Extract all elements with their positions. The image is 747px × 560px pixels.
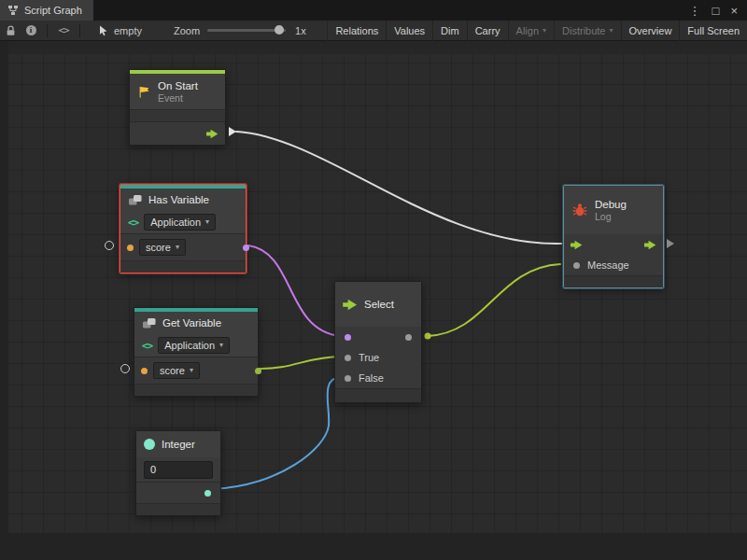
caret-down-icon: ▾: [219, 342, 223, 349]
integer-type-icon: [144, 439, 155, 450]
node-subtitle: Event: [158, 92, 198, 104]
flow-input-port[interactable]: [571, 240, 583, 250]
info-icon[interactable]: i: [21, 21, 41, 41]
true-port-label: True: [359, 352, 379, 363]
node-get-variable[interactable]: Get Variable <> Application ▾ score ▾: [134, 307, 259, 397]
caret-down-icon: ▾: [205, 218, 209, 226]
node-select[interactable]: Select True False: [334, 281, 422, 403]
carry-button[interactable]: Carry: [467, 21, 508, 41]
canvas-edge: [0, 41, 747, 54]
caret-down-icon: ▾: [190, 367, 193, 374]
selection-status-label: empty: [114, 25, 142, 36]
node-title: Get Variable: [162, 317, 221, 329]
variable-kind-icon: <>: [128, 217, 138, 229]
select-icon: [343, 299, 358, 311]
node-title: Select: [364, 299, 394, 311]
caret-down-icon: ▾: [610, 27, 613, 35]
node-subtitle: Log: [595, 211, 627, 222]
close-icon[interactable]: ×: [730, 4, 738, 18]
caret-down-icon: ▾: [543, 27, 546, 35]
variable-kind-icon: <>: [142, 340, 152, 352]
zoom-label: Zoom: [174, 25, 200, 36]
graph-canvas[interactable]: On Start Event Has Variable <> Applicati…: [0, 41, 747, 560]
name-input-port[interactable]: [141, 368, 148, 374]
zoom-slider-handle[interactable]: [275, 25, 284, 35]
canvas-edge: [0, 41, 8, 560]
node-title: Has Variable: [148, 194, 209, 206]
bool-output-port[interactable]: [243, 245, 249, 251]
node-on-start[interactable]: On Start Event: [129, 69, 226, 146]
flow-output-port[interactable]: [206, 129, 218, 139]
node-title: Debug: [595, 199, 627, 211]
node-title: Integer: [162, 439, 195, 451]
variables-stack-icon: [128, 194, 143, 206]
false-port-label: False: [359, 372, 384, 384]
align-button[interactable]: Align ▾: [508, 21, 554, 41]
unconnected-flow-marker: [667, 239, 674, 248]
variable-name-dropdown[interactable]: score ▾: [153, 362, 200, 379]
false-input-port[interactable]: [345, 375, 351, 382]
lock-icon[interactable]: [0, 21, 21, 41]
distribute-button[interactable]: Distribute ▾: [554, 21, 620, 41]
overview-button[interactable]: Overview: [621, 21, 680, 41]
values-button[interactable]: Values: [386, 21, 432, 41]
node-footer: [335, 388, 421, 402]
flow-output-port[interactable]: [644, 240, 656, 250]
graph-toolbar: i <> empty Zoom 1x Relations Values Dim …: [0, 21, 747, 41]
integer-value-input[interactable]: 0: [144, 461, 213, 479]
tab-script-graph[interactable]: Script Graph: [0, 0, 93, 21]
node-has-variable[interactable]: Has Variable <> Application ▾ score ▾: [120, 184, 247, 273]
fullscreen-button[interactable]: Full Screen: [679, 21, 747, 41]
node-footer: [134, 384, 258, 396]
wire-start-marker: [229, 127, 236, 136]
node-integer[interactable]: Integer 0: [135, 430, 221, 516]
node-footer: [120, 260, 246, 273]
empty-input-port[interactable]: [105, 241, 114, 250]
integer-output-port[interactable]: [204, 490, 211, 497]
scope-dropdown[interactable]: Application ▾: [144, 214, 216, 231]
graph-icon: [7, 5, 19, 16]
tab-title: Script Graph: [24, 5, 82, 16]
menu-icon[interactable]: ⋮: [689, 4, 701, 18]
value-output-port[interactable]: [255, 368, 261, 374]
node-footer: [564, 275, 663, 287]
node-body: [130, 109, 225, 121]
flag-icon: [137, 85, 151, 99]
zoom-slider[interactable]: [207, 29, 286, 32]
true-input-port[interactable]: [345, 355, 351, 361]
message-port-label: Message: [587, 259, 629, 271]
relations-button[interactable]: Relations: [327, 21, 386, 41]
selection-status: empty: [99, 25, 142, 36]
window-titlebar: Script Graph ⋮ □ ×: [0, 0, 747, 21]
toolbar-separator: [79, 24, 80, 37]
variables-stack-icon: [142, 317, 157, 329]
node-title: On Start: [158, 80, 198, 92]
selection-output-port[interactable]: [405, 334, 412, 341]
cursor-icon: [99, 25, 109, 36]
maximize-icon[interactable]: □: [712, 4, 720, 18]
code-toggle-icon[interactable]: <>: [53, 21, 74, 41]
empty-input-port[interactable]: [120, 364, 130, 373]
dim-button[interactable]: Dim: [432, 21, 467, 41]
variable-name-dropdown[interactable]: score ▾: [139, 239, 186, 256]
message-input-port[interactable]: [573, 262, 580, 269]
window-controls: ⋮ □ ×: [689, 0, 747, 21]
scope-dropdown[interactable]: Application ▾: [158, 337, 230, 354]
toolbar-separator: [47, 24, 48, 37]
bug-icon: [571, 203, 588, 217]
node-footer: [136, 503, 220, 515]
caret-down-icon: ▾: [176, 244, 179, 251]
name-input-port[interactable]: [127, 245, 134, 251]
condition-input-port[interactable]: [345, 334, 351, 341]
zoom-value: 1x: [295, 25, 306, 36]
canvas-edge: [0, 533, 747, 560]
node-debug-log[interactable]: Debug Log Message: [563, 185, 664, 288]
